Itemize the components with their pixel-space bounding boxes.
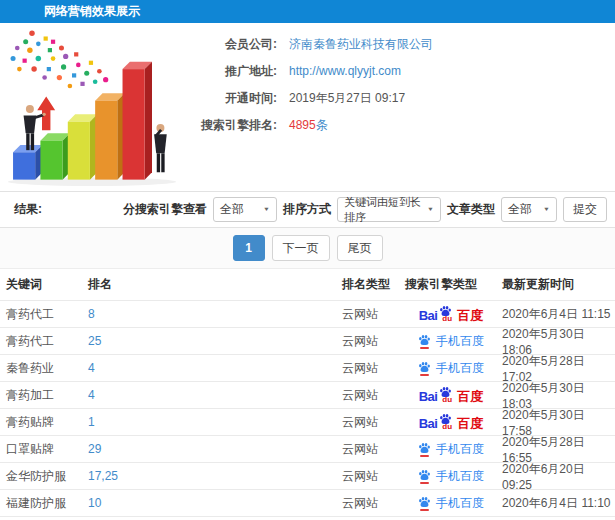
mobile-baidu-logo: 手机百度	[418, 468, 484, 485]
baidu-du-text: du	[442, 312, 452, 325]
bar-chart-graphic	[2, 27, 182, 187]
rank-type-cell: 云网站	[342, 387, 405, 404]
baidu-pc-logo: Baidu百度	[419, 388, 484, 403]
mobile-baidu-logo: 手机百度	[418, 333, 484, 350]
submit-button[interactable]: 提交	[563, 197, 607, 222]
results-table: 关键词 排名 排名类型 搜索引擎类型 最新更新时间 膏药代工8云网站Baidu百…	[0, 269, 615, 520]
table-row: 秦鲁药业4云网站手机百度2020年5月28日 17:02	[0, 354, 615, 381]
rank-type-cell: 云网站	[342, 495, 405, 512]
pagination: 1 下一页 尾页	[0, 228, 615, 269]
keyword-cell: 膏药贴牌	[0, 414, 88, 431]
keyword-cell: 膏药加工	[0, 387, 88, 404]
updated-time-cell: 2020年6月4日 11:15	[497, 306, 615, 323]
company-label: 会员公司:	[182, 37, 277, 52]
header-rank: 排名	[88, 276, 342, 293]
rank-link[interactable]: 1	[88, 415, 95, 429]
baidu-bai-text: Bai	[419, 309, 438, 322]
rank-link[interactable]: 4	[88, 361, 95, 375]
sort-label: 排序方式	[283, 201, 331, 218]
rank-count-suffix: 条	[316, 118, 328, 132]
table-row: 口罩贴牌29云网站手机百度2020年5月28日 16:55	[0, 435, 615, 462]
table-row: 膏药代工25云网站手机百度2020年5月30日 18:06	[0, 327, 615, 354]
table-row-partial	[0, 516, 615, 520]
member-details: 会员公司: 济南秦鲁药业科技有限公司 推广地址: http://www.qlyy…	[182, 27, 433, 190]
engine-rank-row: 搜索引擎排名: 4895条	[182, 118, 433, 133]
article-type-select[interactable]: 全部 ▼	[501, 197, 557, 222]
keyword-cell: 福建防护服	[0, 495, 88, 512]
paw-underline	[420, 347, 429, 349]
paw-underline	[420, 455, 429, 457]
baidu-du-text: du	[442, 393, 452, 406]
baidu-paw-icon	[418, 469, 431, 481]
rank-link[interactable]: 29	[88, 442, 101, 456]
sort-value: 关键词由短到长排序	[344, 195, 422, 225]
open-time-label: 开通时间:	[182, 91, 277, 106]
promo-url-row: 推广地址: http://www.qlyyjt.com	[182, 64, 433, 79]
table-row: 膏药贴牌1云网站Baidu百度2020年5月30日 17:58	[0, 408, 615, 435]
baidu-cn-text: 百度	[457, 417, 483, 430]
search-engine-cell: Baidu百度	[405, 307, 497, 322]
rank-type-cell: 云网站	[342, 441, 405, 458]
baidu-cn-text: 百度	[457, 309, 483, 322]
baidu-pc-logo: Baidu百度	[419, 415, 484, 430]
sort-select[interactable]: 关键词由短到长排序 ▼	[337, 197, 441, 222]
rank-link[interactable]: 17,25	[88, 469, 118, 483]
chevron-down-icon: ▼	[427, 207, 434, 213]
engine-filter-value: 全部	[220, 201, 244, 218]
engine-filter-select[interactable]: 全部 ▼	[213, 197, 277, 222]
mobile-baidu-label: 手机百度	[436, 333, 484, 350]
rank-type-cell: 云网站	[342, 414, 405, 431]
table-row: 膏药加工4云网站Baidu百度2020年5月30日 18:03	[0, 381, 615, 408]
company-link[interactable]: 济南秦鲁药业科技有限公司	[289, 37, 433, 52]
rank-link[interactable]: 25	[88, 334, 101, 348]
result-section-label: 结果:	[14, 201, 42, 218]
chevron-down-icon: ▼	[543, 207, 550, 213]
page-1-button[interactable]: 1	[233, 235, 265, 261]
rank-type-cell: 云网站	[342, 333, 405, 350]
article-type-label: 文章类型	[447, 201, 495, 218]
member-company-row: 会员公司: 济南秦鲁药业科技有限公司	[182, 37, 433, 52]
rank-type-cell: 云网站	[342, 306, 405, 323]
baidu-paw-icon	[418, 334, 431, 346]
keyword-cell: 口罩贴牌	[0, 441, 88, 458]
header-keyword: 关键词	[0, 276, 88, 293]
baidu-du-text: du	[442, 420, 452, 433]
open-time-row: 开通时间: 2019年5月27日 09:17	[182, 91, 433, 106]
results-table-body: 膏药代工8云网站Baidu百度2020年6月4日 11:15膏药代工25云网站手…	[0, 300, 615, 516]
baidu-bai-text: Bai	[419, 417, 438, 430]
paw-underline	[420, 482, 429, 484]
rank-link[interactable]: 8	[88, 307, 95, 321]
engine-filter-label: 分搜索引擎查看	[123, 201, 207, 218]
baidu-cn-text: 百度	[457, 390, 483, 403]
page-title: 网络营销效果展示	[44, 3, 140, 20]
search-engine-cell: 手机百度	[405, 468, 497, 485]
rank-link[interactable]: 10	[88, 496, 101, 510]
promo-url-label: 推广地址:	[182, 64, 277, 79]
header-engine-type: 搜索引擎类型	[405, 276, 497, 293]
rank-type-cell: 云网站	[342, 360, 405, 377]
rank-link[interactable]: 4	[88, 388, 95, 402]
up-arrow-icon	[37, 96, 55, 130]
search-engine-cell: 手机百度	[405, 495, 497, 512]
table-row: 膏药代工8云网站Baidu百度2020年6月4日 11:15	[0, 300, 615, 327]
table-header-row: 关键词 排名 排名类型 搜索引擎类型 最新更新时间	[0, 269, 615, 300]
mobile-baidu-label: 手机百度	[436, 441, 484, 458]
mobile-baidu-label: 手机百度	[436, 360, 484, 377]
last-page-button[interactable]: 尾页	[337, 235, 383, 261]
search-engine-cell: 手机百度	[405, 333, 497, 350]
search-engine-cell: 手机百度	[405, 441, 497, 458]
next-page-button[interactable]: 下一页	[272, 235, 330, 261]
header-rank-type: 排名类型	[342, 276, 405, 293]
search-engine-cell: 手机百度	[405, 360, 497, 377]
member-info-panel: 会员公司: 济南秦鲁药业科技有限公司 推广地址: http://www.qlyy…	[0, 23, 615, 190]
promo-url-link[interactable]: http://www.qlyyjt.com	[289, 64, 401, 79]
keyword-cell: 秦鲁药业	[0, 360, 88, 377]
filter-bar: 结果: 分搜索引擎查看 全部 ▼ 排序方式 关键词由短到长排序 ▼ 文章类型 全…	[0, 191, 615, 228]
table-row: 福建防护服10云网站手机百度2020年6月4日 11:10	[0, 489, 615, 516]
businessman-right	[154, 124, 167, 172]
open-time-value: 2019年5月27日 09:17	[289, 91, 405, 106]
keyword-cell: 膏药代工	[0, 306, 88, 323]
article-type-value: 全部	[508, 201, 532, 218]
baidu-pc-logo: Baidu百度	[419, 307, 484, 322]
baidu-paw-icon	[418, 442, 431, 454]
